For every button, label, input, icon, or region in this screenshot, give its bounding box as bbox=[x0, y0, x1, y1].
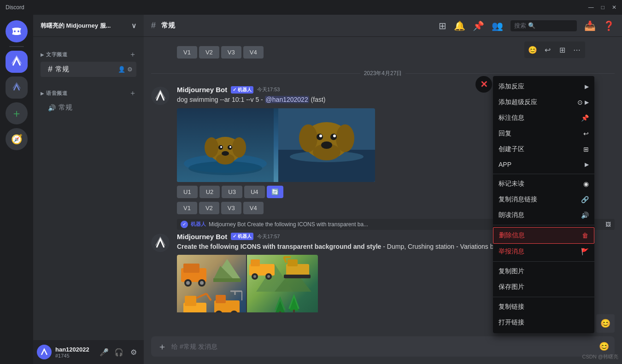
refresh-button[interactable]: 🔄 bbox=[267, 186, 283, 198]
help-icon[interactable]: ❓ bbox=[603, 20, 615, 31]
top-v4-button[interactable]: V4 bbox=[243, 46, 264, 59]
v3-button[interactable]: V3 bbox=[221, 202, 241, 214]
server-icon-extra[interactable] bbox=[6, 76, 28, 99]
menu-create-thread[interactable]: 创建子区 ⊞ bbox=[493, 141, 594, 157]
delete-icon: 🗑 bbox=[582, 232, 588, 239]
members-icon[interactable]: 👥 bbox=[492, 20, 503, 31]
menu-open-link[interactable]: 打开链接 bbox=[493, 315, 594, 330]
input-icons: 😊 bbox=[599, 341, 609, 352]
app-title: Discord bbox=[6, 4, 24, 11]
channel-icons: 👤 ⚙ bbox=[118, 66, 133, 73]
super-reaction-icon: ⊙ bbox=[577, 99, 583, 106]
notifications-icon[interactable]: 🔔 bbox=[454, 20, 465, 31]
header-hash-icon: # bbox=[151, 21, 156, 30]
settings-icon[interactable]: ⚙ bbox=[127, 66, 133, 73]
svg-point-27 bbox=[321, 141, 332, 149]
v4-button[interactable]: V4 bbox=[243, 202, 264, 214]
bot-avatar-2 bbox=[151, 234, 170, 252]
pin-icon-menu: 📌 bbox=[581, 114, 589, 122]
speaker-icon-menu: 🔊 bbox=[581, 211, 589, 219]
menu-separator-4 bbox=[493, 297, 594, 297]
chat-header: # 常规 ⊞ 🔔 📌 👥 搜索 🔍 📥 ❓ bbox=[144, 15, 622, 37]
close-button[interactable]: ✕ bbox=[612, 4, 616, 11]
search-box[interactable]: 搜索 🔍 bbox=[511, 20, 577, 31]
add-server-button[interactable]: ＋ bbox=[6, 102, 28, 124]
svg-point-62 bbox=[253, 275, 256, 278]
context-menu-close[interactable]: ✕ bbox=[475, 76, 492, 93]
category-add-text[interactable]: ＋ bbox=[129, 50, 136, 59]
svg-line-37 bbox=[196, 294, 206, 298]
more-icon[interactable]: ⋯ bbox=[570, 43, 583, 56]
unread-icon: ◉ bbox=[583, 180, 589, 188]
thread-icon[interactable]: ⊞ bbox=[556, 43, 569, 56]
svg-rect-68 bbox=[284, 275, 311, 278]
bot-avatar-small: ✓ bbox=[181, 221, 188, 228]
server-icon-midjourney[interactable] bbox=[6, 51, 28, 73]
svg-point-14 bbox=[229, 146, 231, 148]
menu-app[interactable]: APP ▶ bbox=[493, 157, 594, 172]
explore-button[interactable]: 🧭 bbox=[6, 128, 28, 150]
trucks-left-panel bbox=[177, 255, 246, 312]
category-header-voice[interactable]: ▶ 语音频道 ＋ bbox=[37, 87, 140, 100]
copy-image-label: 复制图片 bbox=[499, 267, 524, 276]
svg-rect-36 bbox=[185, 296, 196, 306]
emoji-icon[interactable]: 😊 bbox=[599, 341, 609, 352]
v1-button[interactable]: V1 bbox=[177, 202, 197, 214]
menu-save-image[interactable]: 保存图片 bbox=[493, 279, 594, 295]
message-author-1: Midjourney Bot bbox=[177, 86, 227, 94]
message-input[interactable] bbox=[171, 343, 595, 350]
u2-button[interactable]: U2 bbox=[200, 186, 220, 198]
u1-button[interactable]: U1 bbox=[177, 186, 198, 198]
add-member-icon[interactable]: 👤 bbox=[118, 66, 125, 73]
u3-button[interactable]: U3 bbox=[222, 186, 242, 198]
bot-avatar-2-wrapper bbox=[151, 233, 170, 312]
menu-delete[interactable]: 删除信息 🗑 bbox=[493, 227, 594, 244]
top-v1-button[interactable]: V1 bbox=[177, 46, 197, 59]
category-add-voice[interactable]: ＋ bbox=[129, 88, 136, 98]
svg-point-0 bbox=[14, 30, 16, 32]
maximize-button[interactable]: □ bbox=[601, 4, 604, 11]
u4-button[interactable]: U4 bbox=[244, 186, 265, 198]
reply-icon[interactable]: ↩ bbox=[541, 43, 554, 56]
server-name-header[interactable]: 韩曙亮的 Midjourney 服... ∨ bbox=[33, 15, 144, 37]
top-v3-button[interactable]: V3 bbox=[221, 46, 241, 59]
category-text: ▶ 文字频道 ＋ # 常规 👤 ⚙ bbox=[33, 41, 144, 79]
app-label: APP bbox=[499, 161, 511, 168]
menu-copy-image[interactable]: 复制图片 bbox=[493, 264, 594, 279]
channel-item-常规[interactable]: # 常规 👤 ⚙ bbox=[41, 62, 136, 77]
discord-home-button[interactable] bbox=[6, 20, 28, 42]
menu-read-aloud[interactable]: 朗读消息 🔊 bbox=[493, 207, 594, 223]
titlebar: Discord — □ ✕ bbox=[0, 0, 622, 15]
v2-button[interactable]: V2 bbox=[199, 202, 219, 214]
menu-add-reaction[interactable]: 添加反应 ▶ bbox=[493, 79, 594, 94]
voice-channel-常规[interactable]: 🔊 常规 bbox=[41, 100, 136, 115]
inbox-icon[interactable]: 📥 bbox=[584, 20, 596, 31]
flag-icon: 🚩 bbox=[581, 248, 589, 255]
svg-rect-71 bbox=[279, 311, 281, 312]
menu-add-super-reaction[interactable]: 添加超级反应 ⊙ ▶ bbox=[493, 94, 594, 110]
category-header-text[interactable]: ▶ 文字频道 ＋ bbox=[37, 48, 140, 61]
svg-rect-74 bbox=[293, 310, 295, 312]
read-aloud-label: 朗读消息 bbox=[499, 211, 524, 219]
menu-mark-unread[interactable]: 标记未读 ◉ bbox=[493, 176, 594, 192]
emoji-reaction-icon[interactable]: 😊 bbox=[526, 43, 539, 56]
svg-point-21 bbox=[299, 124, 317, 152]
menu-reply[interactable]: 回复 ↩ bbox=[493, 126, 594, 141]
top-v2-button[interactable]: V2 bbox=[199, 46, 219, 59]
mute-button[interactable]: 🎤 bbox=[98, 346, 111, 358]
window-controls: — □ ✕ bbox=[588, 4, 616, 11]
minimize-button[interactable]: — bbox=[588, 4, 594, 11]
delete-label: 删除信息 bbox=[499, 231, 525, 240]
channel-list: ▶ 文字频道 ＋ # 常规 👤 ⚙ ▶ 语音频道 bbox=[33, 37, 144, 340]
pin-icon[interactable]: 📌 bbox=[473, 20, 484, 31]
add-content-button[interactable]: ＋ bbox=[157, 341, 168, 352]
menu-pin[interactable]: 标注信息 📌 bbox=[493, 110, 594, 126]
menu-copy-link[interactable]: 复制消息链接 🔗 bbox=[493, 192, 594, 207]
user-settings-button[interactable]: ⚙ bbox=[127, 346, 140, 358]
threads-icon[interactable]: ⊞ bbox=[439, 20, 446, 31]
menu-copy-url[interactable]: 复制链接 bbox=[493, 299, 594, 315]
menu-report[interactable]: 举报消息 🚩 bbox=[493, 244, 594, 259]
sticker-icon[interactable]: 😊 bbox=[596, 314, 615, 333]
svg-point-10 bbox=[232, 137, 246, 158]
deafen-button[interactable]: 🎧 bbox=[112, 346, 125, 358]
